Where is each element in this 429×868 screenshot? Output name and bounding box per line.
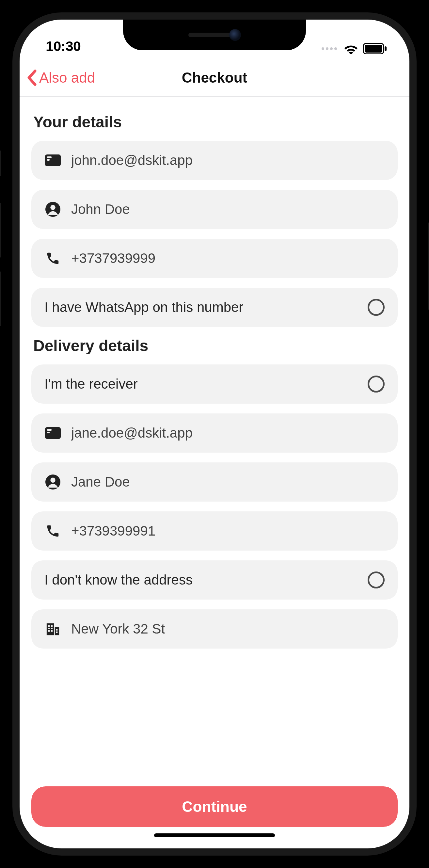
whatsapp-label: I have WhatsApp on this number [44, 300, 243, 315]
email-field-row[interactable] [31, 141, 398, 180]
svg-rect-4 [47, 156, 52, 158]
phone-icon [44, 251, 61, 266]
svg-rect-5 [47, 159, 50, 161]
back-label: Also add [39, 69, 95, 86]
delivery-name-field-row[interactable] [31, 462, 398, 502]
svg-rect-17 [48, 628, 50, 629]
receiver-radio[interactable] [368, 376, 385, 393]
unknown-address-toggle-row[interactable]: I don't know the address [31, 560, 398, 599]
svg-point-7 [50, 205, 55, 210]
device-notch [123, 20, 306, 50]
delivery-name-input[interactable] [71, 474, 385, 490]
svg-rect-22 [56, 631, 58, 633]
person-icon [44, 202, 61, 217]
unknown-address-radio[interactable] [368, 571, 385, 588]
card-icon [44, 154, 61, 166]
building-icon [44, 621, 61, 637]
svg-rect-19 [48, 630, 50, 632]
svg-point-12 [50, 478, 55, 483]
cellular-dots-icon [321, 48, 337, 50]
svg-rect-9 [47, 429, 52, 431]
wifi-icon [343, 43, 359, 54]
whatsapp-radio[interactable] [368, 299, 385, 316]
delivery-phone-input[interactable] [71, 523, 385, 539]
phone-input[interactable] [71, 250, 385, 266]
svg-rect-13 [47, 623, 54, 635]
home-indicator[interactable] [154, 833, 275, 837]
address-field-row[interactable] [31, 609, 398, 649]
content-scroll[interactable]: Your details [20, 97, 409, 777]
name-field-row[interactable] [31, 190, 398, 229]
back-button[interactable]: Also add [26, 59, 95, 96]
nav-bar: Also add Checkout [20, 59, 409, 97]
svg-rect-15 [48, 625, 50, 627]
page-title: Checkout [182, 69, 247, 86]
svg-rect-20 [51, 630, 53, 632]
status-time: 10:30 [46, 38, 81, 54]
section-title-delivery-details: Delivery details [33, 337, 398, 354]
delivery-email-input[interactable] [71, 425, 385, 441]
chevron-left-icon [26, 69, 38, 86]
name-input[interactable] [71, 202, 385, 217]
phone-icon [44, 524, 61, 538]
svg-rect-10 [47, 432, 50, 433]
address-input[interactable] [71, 621, 385, 637]
receiver-toggle-row[interactable]: I'm the receiver [31, 365, 398, 404]
receiver-label: I'm the receiver [44, 376, 138, 392]
svg-rect-14 [55, 627, 59, 635]
section-title-your-details: Your details [33, 113, 398, 131]
svg-rect-21 [56, 629, 58, 630]
svg-rect-16 [51, 625, 53, 627]
card-icon [44, 427, 61, 439]
svg-rect-1 [365, 45, 382, 53]
email-input[interactable] [71, 153, 385, 168]
delivery-email-field-row[interactable] [31, 413, 398, 453]
battery-icon [363, 43, 387, 54]
svg-rect-2 [385, 46, 387, 51]
continue-button[interactable]: Continue [31, 786, 398, 827]
whatsapp-toggle-row[interactable]: I have WhatsApp on this number [31, 288, 398, 327]
delivery-phone-field-row[interactable] [31, 512, 398, 551]
svg-rect-18 [51, 628, 53, 629]
unknown-address-label: I don't know the address [44, 572, 193, 588]
person-icon [44, 474, 61, 490]
phone-field-row[interactable] [31, 239, 398, 278]
